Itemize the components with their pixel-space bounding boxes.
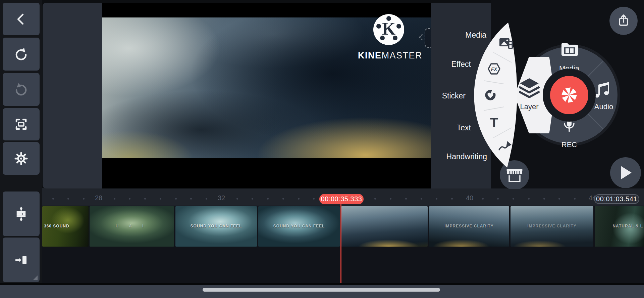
ruler-tick-dot (236, 198, 238, 200)
ruler-number: 28 (95, 194, 102, 202)
capture-frame-icon (13, 116, 29, 132)
timeline-clip[interactable]: 360 SOUND (42, 206, 89, 247)
timeline-clip[interactable]: SOUND YOU CAN FEEL (258, 206, 340, 247)
ruler-tick-dot (252, 198, 253, 200)
ruler-number: 32 (218, 194, 225, 202)
redo-icon (13, 81, 29, 97)
svg-text:Audio: Audio (594, 102, 613, 111)
undo-button[interactable] (3, 38, 40, 71)
ruler-tick-dot (83, 198, 85, 200)
ruler-tick-dot (52, 198, 54, 200)
ruler-tick-dot (436, 198, 437, 200)
clip-label: IMPRESSIVE CLARITY (429, 224, 509, 228)
layer-submenu-arc: FX T (474, 23, 517, 168)
play-button[interactable] (610, 157, 641, 188)
ruler-tick-dot (451, 198, 453, 200)
timeline-clip[interactable]: SOUND YOU CAN FEEL (175, 206, 257, 247)
ruler-tick-dot (574, 198, 576, 200)
ruler-number: 40 (466, 194, 473, 202)
kinemaster-app: 28 32 40 44 360 SOUND U A I SOUND YOU CA… (0, 0, 644, 298)
redo-button[interactable] (3, 73, 40, 106)
settings-button[interactable] (3, 142, 40, 175)
ruler-tick-dot (114, 198, 115, 200)
clip-label: SOUND YOU CAN FEEL (175, 224, 257, 228)
total-duration-badge: 00:01:03.541 (594, 194, 639, 204)
ruler-tick-dot (390, 198, 391, 200)
jump-to-end-icon (13, 252, 29, 268)
clip-label: IMPRESSIVE CLARITY (511, 224, 593, 228)
timeline-clip[interactable]: NATURAL & L (595, 206, 644, 247)
ruler-tick-dot (190, 198, 192, 200)
clip-label: SOUND YOU CAN FEEL (258, 224, 340, 228)
timeline-expand-button[interactable] (3, 191, 40, 236)
preview-side-panel (43, 3, 102, 188)
playhead-line[interactable] (340, 194, 341, 285)
clip-label: U A I (90, 224, 174, 228)
text-icon[interactable]: T (490, 115, 498, 130)
ruler-tick-dot (267, 198, 269, 200)
sidebar (0, 0, 42, 283)
clip-label: 360 SOUND (44, 224, 89, 228)
ruler-tick-dot (298, 198, 300, 200)
svg-text:REC: REC (561, 140, 577, 149)
ruler-tick-dot (558, 198, 560, 200)
kinemaster-wordmark: KINEMASTER (353, 50, 427, 61)
back-chevron-icon (13, 11, 29, 27)
ruler-tick-dot (206, 198, 207, 200)
svg-text:Layer: Layer (520, 102, 538, 111)
capture-shutter-button[interactable] (550, 76, 588, 114)
kinemaster-logo: K (373, 14, 404, 45)
timeline-clip[interactable]: IMPRESSIVE CLARITY (429, 206, 509, 247)
back-button[interactable] (3, 3, 40, 35)
ruler-tick-dot (129, 198, 130, 200)
jump-to-end-button[interactable] (3, 238, 40, 282)
ruler-tick-dot (160, 198, 161, 200)
clip-label: NATURAL & L (595, 224, 644, 228)
footer-bar (0, 285, 644, 298)
ruler-tick-dot (67, 198, 69, 200)
timeline-clip[interactable] (341, 206, 428, 247)
svg-text:FX: FX (491, 67, 498, 72)
export-share-button[interactable] (609, 7, 638, 35)
timeline-expand-icon (13, 206, 29, 222)
ruler-tick-dot (405, 198, 407, 200)
play-icon (618, 165, 633, 181)
ruler-tick-dot (144, 198, 146, 200)
timeline-clip[interactable]: IMPRESSIVE CLARITY (511, 206, 593, 247)
timeline-clip[interactable]: U A I (90, 206, 174, 247)
ruler-tick-dot (482, 198, 484, 200)
ruler-tick-dot (374, 198, 376, 200)
ruler-tick-dot (497, 198, 499, 200)
ruler-tick-dot (282, 198, 284, 200)
share-export-icon (616, 13, 631, 28)
undo-icon (13, 46, 29, 62)
ruler-tick-dot (543, 198, 545, 200)
current-time-badge: 00:00:35.333 (319, 194, 364, 204)
ruler-tick-dot (528, 198, 530, 200)
ruler-tick-dot (513, 198, 514, 200)
timeline-scrollbar[interactable] (203, 288, 440, 292)
ruler-tick-dot (421, 198, 422, 200)
logo-monogram: K (373, 19, 404, 39)
settings-gear-icon (13, 151, 29, 167)
capture-frame-button[interactable] (3, 108, 40, 140)
ruler-tick-dot (313, 198, 315, 200)
resize-corner-handle[interactable] (33, 275, 38, 280)
ruler-tick-dot (175, 198, 177, 200)
